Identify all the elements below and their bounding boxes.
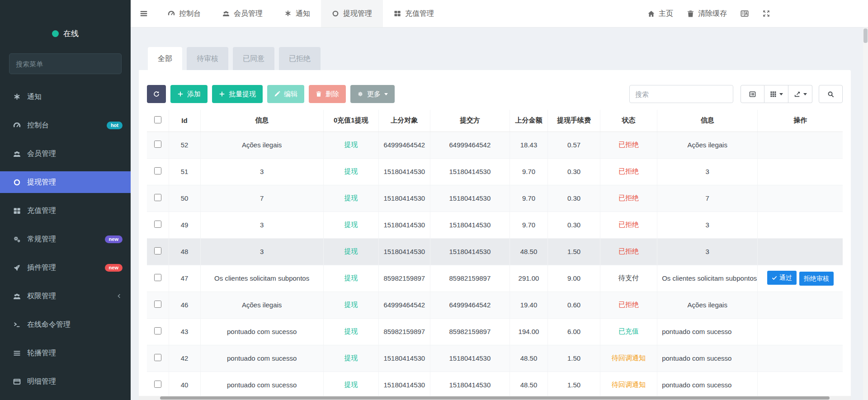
cell-id: 47 (169, 265, 200, 292)
withdraw-type-link[interactable]: 提现 (344, 141, 358, 148)
cell-fee: 6.00 (548, 318, 600, 345)
cell-target: 85982159897 (378, 318, 430, 345)
table-row[interactable]: 46Ações ilegais提现64999464542649994645421… (147, 292, 843, 318)
filter-tab[interactable]: 待审核 (187, 47, 228, 70)
column-header: 信息 (200, 110, 323, 132)
cell-fee: 0.57 (548, 132, 600, 158)
row-checkbox[interactable] (154, 327, 161, 334)
row-checkbox[interactable] (154, 194, 161, 201)
reject-button[interactable]: 拒绝审核 (799, 272, 834, 286)
withdraw-type-link[interactable]: 提现 (344, 274, 358, 282)
more-button[interactable]: 更多 (350, 85, 395, 103)
delete-button[interactable]: 删除 (309, 85, 346, 103)
cell-target: 15180414530 (378, 238, 430, 265)
sidebar-item[interactable]: 会员管理 (0, 143, 131, 165)
withdraw-table: Id信息0充值1提现上分对象提交方上分金额提现手续费状态信息操作 52Ações… (147, 110, 843, 399)
export-button[interactable] (788, 85, 812, 103)
sidebar-item[interactable]: 提现管理 (0, 171, 131, 193)
clear-cache-button[interactable]: 清除缓存 (687, 9, 727, 19)
withdraw-type-link[interactable]: 提现 (344, 167, 358, 175)
table-row[interactable]: 507提现15180414530151804145309.700.30已拒绝7 (147, 185, 843, 212)
table-row[interactable]: 42pontuado com sucesso提现1518041453015180… (147, 345, 843, 372)
cell-info2: Ações ilegais (657, 132, 758, 158)
search-toggle-button[interactable] (819, 85, 843, 103)
sidebar-menu: 通知控制台hot会员管理提现管理充值管理常规管理new插件管理new权限管理在线… (0, 86, 131, 392)
nav-tab[interactable]: 充值管理 (383, 0, 445, 27)
withdraw-type-link[interactable]: 提现 (344, 301, 358, 308)
cell-target: 64999464542 (378, 132, 430, 158)
row-checkbox[interactable] (154, 167, 161, 174)
sidebar-item[interactable]: 通知 (0, 86, 131, 108)
online-status: 在线 (0, 0, 131, 45)
table-search-input[interactable] (629, 85, 733, 103)
language-button[interactable] (741, 9, 749, 18)
detail-view-button[interactable] (741, 85, 764, 103)
batch-withdraw-button[interactable]: 批量提现 (212, 85, 263, 103)
menu-search-input[interactable] (9, 53, 122, 74)
table-row[interactable]: 47Os clientes solicitam subpontos提现85982… (147, 265, 843, 292)
menu-toggle-button[interactable] (131, 0, 157, 27)
withdraw-type-link[interactable]: 提现 (344, 247, 358, 255)
cell-submitter: 64999464542 (430, 132, 509, 158)
vertical-scrollbar-thumb[interactable] (863, 28, 868, 43)
row-checkbox[interactable] (154, 247, 161, 254)
row-checkbox[interactable] (154, 381, 161, 388)
cell-info2: Ações ilegais (657, 292, 758, 318)
asterisk-icon (12, 93, 21, 101)
row-checkbox[interactable] (154, 354, 161, 361)
sidebar-item[interactable]: 插件管理new (0, 257, 131, 278)
table-row[interactable]: 493提现15180414530151804145309.700.30已拒绝3 (147, 212, 843, 238)
cell-info2: 7 (657, 185, 758, 212)
cell-info: Ações ilegais (200, 292, 323, 318)
gauge-icon (12, 122, 21, 129)
withdraw-type-link[interactable]: 提现 (344, 327, 358, 335)
column-header: 提交方 (430, 110, 509, 132)
home-link[interactable]: 主页 (647, 9, 673, 19)
filter-tab[interactable]: 已拒绝 (279, 47, 321, 70)
sidebar-item[interactable]: 常规管理new (0, 228, 131, 250)
cell-amount: 48.50 (509, 238, 547, 265)
row-checkbox[interactable] (154, 274, 161, 281)
sidebar-item[interactable]: 在线命令管理 (0, 314, 131, 335)
row-checkbox[interactable] (154, 141, 161, 148)
table-row[interactable]: 513提现15180414530151804145309.700.30已拒绝3 (147, 158, 843, 185)
table-row[interactable]: 43pontuado com sucesso提现8598215989785982… (147, 318, 843, 345)
cell-target: 15180414530 (378, 185, 430, 212)
withdraw-type-link[interactable]: 提现 (344, 221, 358, 228)
add-button[interactable]: 添加 (170, 85, 208, 103)
select-all-checkbox[interactable] (154, 116, 161, 123)
sidebar-item[interactable]: 轮播管理 (0, 342, 131, 364)
refresh-button[interactable] (147, 85, 166, 103)
sidebar-item[interactable]: 明细管理 (0, 371, 131, 392)
fullscreen-button[interactable] (762, 9, 770, 18)
column-header: 上分金额 (509, 110, 547, 132)
table-row[interactable]: 40pontuado com sucesso提现1518041453015180… (147, 372, 843, 398)
withdraw-type-link[interactable]: 提现 (344, 381, 358, 388)
sidebar-item[interactable]: 控制台hot (0, 114, 131, 136)
nav-tab[interactable]: 提现管理 (321, 0, 383, 27)
plus-icon (177, 91, 184, 97)
language-icon (741, 9, 749, 18)
cell-submitter: 15180414530 (430, 158, 509, 185)
table-row[interactable]: 483提现151804145301518041453048.501.50已拒绝3 (147, 238, 843, 265)
withdraw-type-link[interactable]: 提现 (344, 354, 358, 362)
columns-button[interactable] (764, 85, 788, 103)
horizontal-scrollbar-thumb[interactable] (160, 396, 830, 400)
filter-tab[interactable]: 全部 (148, 47, 182, 70)
column-header: 提现手续费 (548, 110, 600, 132)
table-row[interactable]: 52Ações ilegais提现64999464542649994645421… (147, 132, 843, 158)
withdraw-type-link[interactable]: 提现 (344, 194, 358, 202)
sidebar-item[interactable]: 充值管理 (0, 200, 131, 221)
filter-tab[interactable]: 已同意 (233, 47, 274, 70)
nav-tab[interactable]: 通知 (274, 0, 321, 27)
status-text: 已拒绝 (618, 301, 639, 308)
row-checkbox[interactable] (154, 301, 161, 308)
nav-tab[interactable]: 控制台 (157, 0, 212, 27)
row-checkbox[interactable] (154, 221, 161, 228)
approve-button[interactable]: 通过 (767, 271, 797, 285)
edit-button[interactable]: 编辑 (267, 85, 304, 103)
status-text: 已拒绝 (618, 221, 639, 228)
nav-tab[interactable]: 会员管理 (212, 0, 274, 27)
sidebar-item[interactable]: 权限管理 (0, 285, 131, 307)
cell-target: 15180414530 (378, 372, 430, 398)
